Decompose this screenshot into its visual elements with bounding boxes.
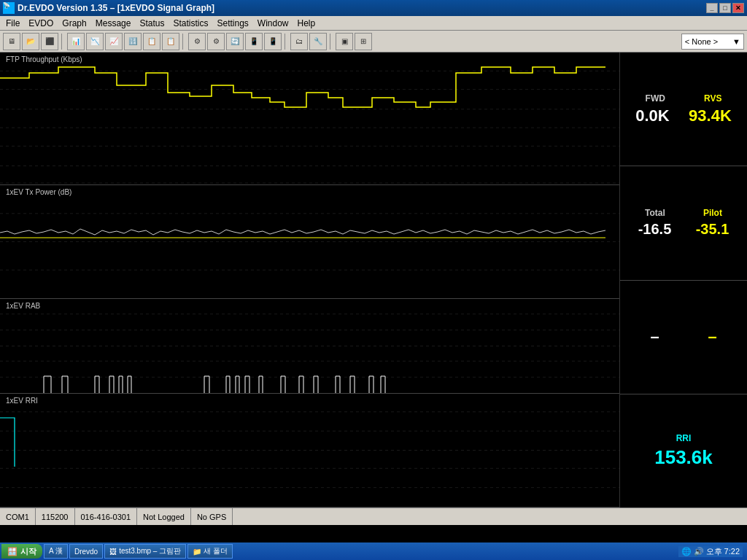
status-gps: No GPS <box>191 508 233 525</box>
rri-graph-title: 1xEV RRI <box>3 395 41 406</box>
toolbar-btn-stop[interactable]: ⬛ <box>41 33 58 50</box>
rri-graph: 307.2k 153.6k 76.8k 38.4k 19.2k 9.6k 3.6… <box>0 394 619 508</box>
tray-icon-2: 🔊 <box>694 547 704 556</box>
menu-window[interactable]: Window <box>253 16 293 30</box>
taskbar-right: 🌐 🔊 오후 7:22 <box>678 546 746 557</box>
total-pilot-header: Total Pilot <box>626 208 741 218</box>
ftp-graph-svg <box>0 52 619 184</box>
toolbar-btn-11[interactable]: 🔄 <box>226 33 244 50</box>
graphs-panel: 151.8k 131.8k 111.8k 91.8k 71.8k 51.8k 3… <box>0 52 619 508</box>
status-bar: COM1 115200 016-416-0301 Not Logged No G… <box>0 508 747 525</box>
menu-status[interactable]: Status <box>135 16 169 30</box>
right-panel: FWD RVS 0.0K 93.4K Total Pilot -16.5 -35… <box>619 52 747 508</box>
menu-settings[interactable]: Settings <box>212 16 252 30</box>
rri-right-section: RRI 153.6k <box>620 394 747 508</box>
menu-bar: File EVDO Graph Message Status Statistic… <box>0 16 747 31</box>
rab-graph-svg <box>0 299 619 393</box>
dash-section: – – <box>620 281 747 394</box>
menu-help[interactable]: Help <box>293 16 320 30</box>
restore-button[interactable]: □ <box>719 3 731 13</box>
rvs-label: RVS <box>704 93 721 104</box>
toolbar-btn-1[interactable]: 🖥 <box>3 33 20 50</box>
ftp-throughput-graph: 151.8k 131.8k 111.8k 91.8k 71.8k 51.8k 3… <box>0 52 619 185</box>
status-id: 016-416-0301 <box>75 508 138 525</box>
pilot-value: -35.1 <box>696 221 729 238</box>
folder-label: 새 폴더 <box>204 546 228 556</box>
dash-value-1: – <box>650 327 659 346</box>
ftp-graph-title: FTP Throughput (Kbps) <box>3 54 85 65</box>
window-controls: _ □ ✕ <box>706 3 744 13</box>
fwd-label: FWD <box>646 93 665 104</box>
total-label: Total <box>645 208 665 218</box>
tx-graph-title: 1xEV Tx Power (dB) <box>3 187 74 198</box>
tray-icon-1: 🌐 <box>681 547 692 556</box>
toolbar-btn-7[interactable]: 📋 <box>143 33 160 50</box>
fwd-rvs-header: FWD RVS <box>626 93 741 104</box>
title-text: 📡 Dr.EVDO Version 1.35 – [1xEVDO Signal … <box>3 2 214 14</box>
window-title: Dr.EVDO Version 1.35 – [1xEVDO Signal Gr… <box>18 3 214 13</box>
taskbar-paint-btn[interactable]: 🖼 test3.bmp – 그림판 <box>104 544 186 559</box>
toolbar-separator-3 <box>285 34 287 50</box>
start-icon: 🪟 <box>7 547 18 556</box>
toolbar-btn-13[interactable]: 📱 <box>264 33 282 50</box>
rab-graph: 6 5 4 3 2 1 0 1xEV RAB <box>0 299 619 394</box>
menu-graph[interactable]: Graph <box>58 16 90 30</box>
tx-graph-svg <box>0 185 619 298</box>
minimize-button[interactable]: _ <box>706 3 718 13</box>
toolbar-btn-12[interactable]: 📱 <box>245 33 263 50</box>
taskbar-drevdo-btn[interactable]: Drevdo <box>69 544 103 559</box>
total-value: -16.5 <box>638 221 672 238</box>
system-tray: 🌐 🔊 오후 7:22 <box>678 546 743 557</box>
taskbar-folder-btn[interactable]: 📁 새 폴더 <box>187 544 233 559</box>
taskbar-ime-btn[interactable]: A 漢 <box>44 544 68 559</box>
ime-label: A 漢 <box>49 546 63 556</box>
menu-statistics[interactable]: Statistics <box>169 16 212 30</box>
channel-dropdown[interactable]: < None > ▼ <box>681 34 744 50</box>
title-bar: 📡 Dr.EVDO Version 1.35 – [1xEVDO Signal … <box>0 0 747 16</box>
paint-icon: 🖼 <box>109 548 117 556</box>
toolbar-btn-2[interactable]: 📂 <box>22 33 39 50</box>
tx-power-graph: 40 -5 -50 -95 1xEV Tx Power (dB) <box>0 185 619 299</box>
fwd-rvs-section: FWD RVS 0.0K 93.4K <box>620 52 747 166</box>
rri-right-value: 153.6k <box>654 446 713 469</box>
main-layout: 151.8k 131.8k 111.8k 91.8k 71.8k 51.8k 3… <box>0 52 747 508</box>
paint-label: test3.bmp – 그림판 <box>119 546 181 556</box>
toolbar-separator-4 <box>330 34 333 50</box>
status-baud: 115200 <box>36 508 75 525</box>
toolbar-btn-10[interactable]: ⚙ <box>207 33 225 50</box>
toolbar-btn-5[interactable]: 📈 <box>105 33 123 50</box>
rvs-value: 93.4K <box>689 106 732 125</box>
folder-icon: 📁 <box>193 548 201 556</box>
toolbar-btn-16[interactable]: ▣ <box>336 33 353 50</box>
total-pilot-section: Total Pilot -16.5 -35.1 <box>620 166 747 280</box>
status-com: COM1 <box>0 508 36 525</box>
total-pilot-values: -16.5 -35.1 <box>626 221 741 238</box>
toolbar-btn-15[interactable]: 🔧 <box>309 33 327 50</box>
app-icon: 📡 <box>3 2 15 14</box>
toolbar: 🖥 📂 ⬛ 📊 📉 📈 🔢 📋 📋 ⚙ ⚙ 🔄 📱 📱 🗂 🔧 ▣ ⊞ < No… <box>0 31 747 52</box>
toolbar-btn-14[interactable]: 🗂 <box>290 33 308 50</box>
dash-values: – – <box>626 327 741 346</box>
start-button[interactable]: 🪟 시작 <box>1 544 42 559</box>
toolbar-btn-9[interactable]: ⚙ <box>188 33 206 50</box>
toolbar-separator-2 <box>182 34 185 50</box>
channel-value: < None > <box>685 37 718 46</box>
drevdo-label: Drevdo <box>74 548 98 556</box>
toolbar-btn-17[interactable]: ⊞ <box>355 33 372 50</box>
menu-evdo[interactable]: EVDO <box>24 16 58 30</box>
dash-value-2: – <box>708 327 716 346</box>
menu-file[interactable]: File <box>1 16 24 30</box>
rri-graph-svg <box>0 394 619 507</box>
pilot-label: Pilot <box>703 208 722 218</box>
toolbar-btn-4[interactable]: 📉 <box>86 33 104 50</box>
start-label: 시작 <box>20 546 36 557</box>
rri-section-label: RRI <box>676 433 692 443</box>
fwd-value: 0.0K <box>635 106 669 125</box>
clock: 오후 7:22 <box>706 546 740 557</box>
close-button[interactable]: ✕ <box>732 3 744 13</box>
toolbar-btn-3[interactable]: 📊 <box>67 33 85 50</box>
toolbar-btn-6[interactable]: 🔢 <box>124 33 142 50</box>
toolbar-separator-1 <box>61 34 64 50</box>
toolbar-btn-8[interactable]: 📋 <box>162 33 179 50</box>
menu-message[interactable]: Message <box>91 16 136 30</box>
